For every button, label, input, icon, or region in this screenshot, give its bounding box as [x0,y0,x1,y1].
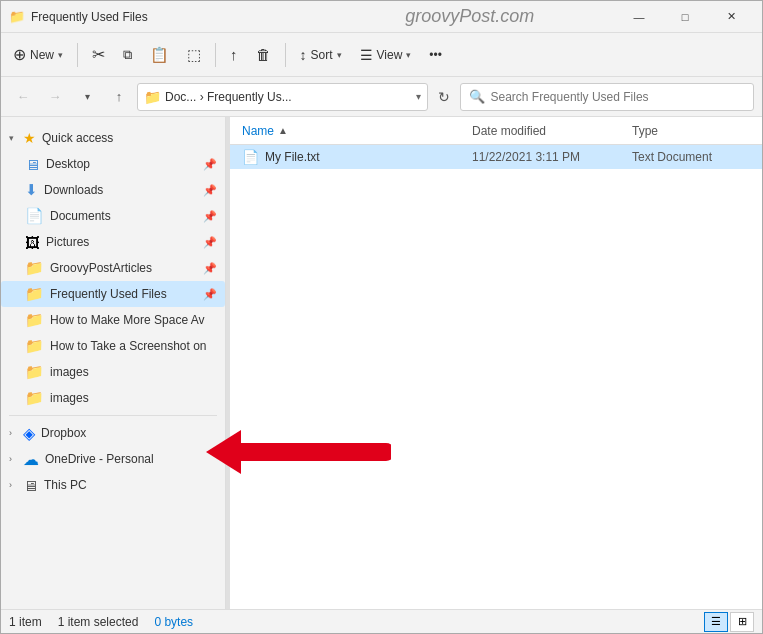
sidebar-item-dropbox[interactable]: › ◈ Dropbox [1,420,225,446]
downloads-icon: ⬇ [25,181,38,199]
address-path: Doc... › Frequently Us... [165,90,412,104]
minimize-button[interactable]: — [616,1,662,33]
large-icons-view-button[interactable]: ⊞ [730,612,754,632]
up-button[interactable]: ↑ [105,83,133,111]
sidebar-item-how-to-make[interactable]: 📁 How to Make More Space Av [1,307,225,333]
sidebar-item-frequently-used[interactable]: 📁 Frequently Used Files 📌 [1,281,225,307]
sort-icon: ↕ [300,47,307,63]
address-dropdown-icon[interactable]: ▾ [416,91,421,102]
downloads-pin-icon: 📌 [203,184,217,197]
dropbox-expand-icon: › [9,428,19,438]
sidebar-item-images-1[interactable]: 📁 images [1,359,225,385]
sidebar-label-frequently-used: Frequently Used Files [50,287,203,301]
main-area: ▾ ★ Quick access 🖥 Desktop 📌 ⬇ Downloads… [1,117,762,609]
address-folder-icon: 📁 [144,89,161,105]
groovypost-folder-icon: 📁 [25,259,44,277]
cut-button[interactable]: ✂ [84,37,113,73]
documents-pin-icon: 📌 [203,210,217,223]
toolbar-separator-3 [285,43,286,67]
name-sort-icon: ▲ [278,125,288,136]
delete-icon: 🗑 [256,46,271,63]
window-icon: 📁 [9,9,25,25]
table-row[interactable]: 📄 My File.txt 11/22/2021 3:11 PM Text Do… [230,145,762,169]
watermark: groovyPost.com [324,6,617,27]
sort-button[interactable]: ↕ Sort ▾ [292,37,350,73]
thispc-expand-icon: › [9,480,19,490]
details-view-button[interactable]: ☰ [704,612,728,632]
sidebar-label-onedrive: OneDrive - Personal [45,452,217,466]
column-date[interactable]: Date modified [472,124,632,138]
more-icon: ••• [429,48,442,62]
copy-icon: ⧉ [123,47,132,63]
sidebar-divider-1 [9,415,217,416]
view-chevron-icon: ▾ [406,50,411,60]
new-button[interactable]: ⊕ New ▾ [5,37,71,73]
address-box[interactable]: 📁 Doc... › Frequently Us... ▾ [137,83,428,111]
view-label: View [377,48,403,62]
sidebar-item-downloads[interactable]: ⬇ Downloads 📌 [1,177,225,203]
file-list-header: Name ▲ Date modified Type [230,117,762,145]
rename-icon: ⬚ [187,46,201,64]
cut-icon: ✂ [92,45,105,64]
sidebar-item-images-2[interactable]: 📁 images [1,385,225,411]
frequently-used-folder-icon: 📁 [25,285,44,303]
dropbox-icon: ◈ [23,424,35,443]
sidebar-item-how-to-take[interactable]: 📁 How to Take a Screenshot on [1,333,225,359]
status-bar: 1 item 1 item selected 0 bytes ☰ ⊞ [1,609,762,633]
sidebar: ▾ ★ Quick access 🖥 Desktop 📌 ⬇ Downloads… [1,117,226,609]
maximize-button[interactable]: □ [662,1,708,33]
status-selected: 1 item selected [58,615,139,629]
toolbar-separator-2 [215,43,216,67]
sidebar-item-pictures[interactable]: 🖼 Pictures 📌 [1,229,225,255]
sidebar-item-desktop[interactable]: 🖥 Desktop 📌 [1,151,225,177]
how-to-take-folder-icon: 📁 [25,337,44,355]
sidebar-item-onedrive[interactable]: › ☁ OneDrive - Personal [1,446,225,472]
delete-button[interactable]: 🗑 [248,37,279,73]
file-name: My File.txt [265,150,472,164]
sidebar-label-groovypostarticles: GroovyPostArticles [50,261,203,275]
sidebar-item-thispc[interactable]: › 🖥 This PC [1,472,225,498]
quick-access-expand-icon: ▾ [9,133,19,143]
search-icon: 🔍 [469,89,485,104]
close-button[interactable]: ✕ [708,1,754,33]
sidebar-label-pictures: Pictures [46,235,203,249]
window-controls: — □ ✕ [616,1,754,33]
column-name-label: Name [242,124,274,138]
more-button[interactable]: ••• [421,37,450,73]
sidebar-item-groovypostarticles[interactable]: 📁 GroovyPostArticles 📌 [1,255,225,281]
view-button[interactable]: ☰ View ▾ [352,37,420,73]
quick-access-section[interactable]: ▾ ★ Quick access [1,125,225,151]
images2-folder-icon: 📁 [25,389,44,407]
copy-button[interactable]: ⧉ [115,37,140,73]
paste-button[interactable]: 📋 [142,37,177,73]
paste-icon: 📋 [150,46,169,64]
file-icon: 📄 [242,149,259,165]
sidebar-label-documents: Documents [50,209,203,223]
quick-access-star-icon: ★ [23,130,36,146]
sidebar-label-how-to-take: How to Take a Screenshot on [50,339,217,353]
forward-button[interactable]: → [41,83,69,111]
window: 📁 Frequently Used Files groovyPost.com —… [0,0,763,634]
status-item-count: 1 item [9,615,42,629]
quick-access-label: Quick access [42,131,217,145]
refresh-button[interactable]: ↻ [432,85,456,109]
desktop-pin-icon: 📌 [203,158,217,171]
column-name[interactable]: Name ▲ [242,124,472,138]
address-bar: ← → ▾ ↑ 📁 Doc... › Frequently Us... ▾ ↻ … [1,77,762,117]
how-to-make-folder-icon: 📁 [25,311,44,329]
sidebar-label-images-1: images [50,365,217,379]
search-box[interactable]: 🔍 [460,83,755,111]
back-button[interactable]: ← [9,83,37,111]
recent-button[interactable]: ▾ [73,83,101,111]
search-input[interactable] [491,90,746,104]
status-view-buttons: ☰ ⊞ [704,612,754,632]
sidebar-item-documents[interactable]: 📄 Documents 📌 [1,203,225,229]
sidebar-label-dropbox: Dropbox [41,426,217,440]
column-type[interactable]: Type [632,124,762,138]
new-icon: ⊕ [13,45,26,64]
rename-button[interactable]: ⬚ [179,37,209,73]
share-button[interactable]: ↑ [222,37,246,73]
groovypost-pin-icon: 📌 [203,262,217,275]
title-bar: 📁 Frequently Used Files groovyPost.com —… [1,1,762,33]
window-title: Frequently Used Files [31,10,324,24]
